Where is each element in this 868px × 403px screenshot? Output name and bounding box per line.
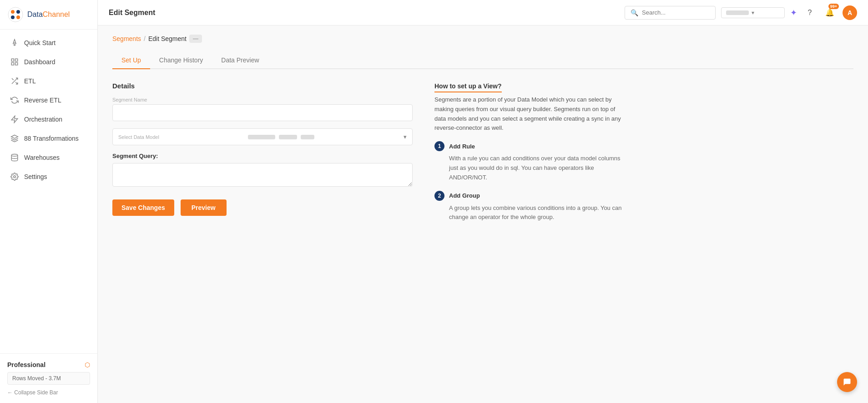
breadcrumb-separator: /: [144, 35, 146, 42]
sparkle-icon[interactable]: ✦: [790, 8, 797, 18]
tabs: Set Up Change History Data Preview: [112, 52, 853, 69]
svg-line-12: [12, 78, 14, 80]
help-step-2: 2 Add Group A group lets you combine var…: [434, 191, 626, 223]
segment-name-input[interactable]: [112, 104, 413, 121]
layers-icon: [10, 134, 19, 143]
svg-marker-13: [11, 116, 18, 123]
step-1-header: 1 Add Rule: [434, 141, 626, 151]
search-input[interactable]: [642, 9, 706, 16]
zap-icon: [10, 115, 19, 123]
step-2-description: A group lets you combine various conditi…: [434, 204, 626, 223]
sidebar-item-etl[interactable]: ETL: [0, 71, 97, 91]
svg-rect-7: [15, 59, 18, 61]
form-column: Details Segment Name Select Data Model: [112, 82, 413, 216]
notification-badge: 99+: [828, 4, 839, 9]
user-selector[interactable]: ▾: [721, 7, 785, 18]
logo-icon: [7, 6, 24, 23]
help-column: How to set up a View? Segments are a por…: [434, 82, 626, 230]
step-2-title: Add Group: [449, 192, 480, 199]
sidebar-item-quick-start[interactable]: Quick Start: [0, 33, 97, 52]
svg-point-2: [16, 10, 20, 14]
mock-value-pill-3: [301, 135, 314, 139]
refresh-icon: [10, 96, 19, 104]
segment-query-label: Segment Query:: [112, 153, 413, 159]
segment-query-group: Segment Query:: [112, 153, 413, 189]
breadcrumb-id: —: [189, 35, 202, 43]
help-title: How to set up a View?: [434, 82, 502, 92]
database-icon: [10, 153, 19, 162]
sidebar-item-dashboard[interactable]: Dashboard: [0, 52, 97, 71]
breadcrumb-root[interactable]: Segments: [112, 35, 141, 42]
two-column-layout: Details Segment Name Select Data Model: [112, 82, 853, 230]
svg-point-15: [11, 154, 18, 157]
data-model-group: Select Data Model ▾: [112, 128, 413, 145]
breadcrumb-current: Edit Segment: [148, 35, 187, 42]
mock-value-pill-1: [248, 135, 275, 139]
plan-box: Professional ⬡: [7, 361, 90, 368]
search-bar[interactable]: 🔍: [625, 6, 716, 20]
segment-query-textarea[interactable]: [112, 163, 413, 187]
svg-point-5: [14, 44, 15, 46]
svg-rect-6: [11, 59, 14, 61]
details-title: Details: [112, 82, 413, 90]
rows-moved: Rows Moved - 3.7M: [7, 372, 90, 385]
top-header: Edit Segment 🔍 ▾ ✦ ? 🔔 99+ A: [98, 0, 868, 26]
svg-point-0: [8, 7, 23, 22]
sidebar-item-transformations[interactable]: 88 Transformations: [0, 129, 97, 148]
chevron-down-icon: ▾: [752, 10, 754, 16]
gear-icon: [10, 173, 19, 181]
logo: DataChannel: [0, 0, 97, 30]
svg-marker-14: [11, 135, 18, 139]
plan-label: Professional: [7, 361, 45, 368]
data-model-value: [248, 135, 314, 139]
sidebar-nav: Quick Start Dashboard ETL Reverse ETL Or…: [0, 30, 97, 353]
segment-name-label: Segment Name: [112, 97, 413, 102]
chat-fab-button[interactable]: [837, 372, 857, 392]
collapse-sidebar-button[interactable]: ← Collapse Side Bar: [7, 389, 90, 396]
sidebar-item-orchestration[interactable]: Orchestration: [0, 110, 97, 129]
save-changes-button[interactable]: Save Changes: [112, 199, 174, 216]
logo-text: DataChannel: [27, 10, 70, 19]
grid-icon: [10, 58, 19, 66]
sidebar-item-reverse-etl[interactable]: Reverse ETL: [0, 91, 97, 110]
step-1-number: 1: [434, 141, 444, 151]
sidebar-item-warehouses[interactable]: Warehouses: [0, 148, 97, 167]
plan-external-link-icon[interactable]: ⬡: [85, 361, 90, 368]
search-icon: 🔍: [631, 9, 638, 16]
sidebar: DataChannel Quick Start Dashboard ETL Re…: [0, 0, 98, 403]
svg-rect-9: [15, 63, 18, 65]
preview-button[interactable]: Preview: [181, 199, 227, 216]
svg-point-1: [11, 10, 15, 14]
rocket-icon: [10, 39, 19, 47]
svg-point-3: [11, 15, 15, 19]
data-model-select[interactable]: Select Data Model ▾: [112, 128, 413, 145]
help-description: Segments are a portion of your Data Mode…: [434, 95, 626, 133]
segment-name-group: Segment Name: [112, 97, 413, 121]
help-button[interactable]: ?: [802, 5, 817, 20]
content-area: Segments / Edit Segment — Set Up Change …: [98, 26, 868, 403]
header-actions: 🔍 ▾ ✦ ? 🔔 99+ A: [625, 5, 857, 20]
button-row: Save Changes Preview: [112, 199, 413, 216]
data-model-select-wrapper: Select Data Model ▾: [112, 128, 413, 145]
svg-rect-8: [11, 63, 14, 65]
mock-value-pill-2: [279, 135, 297, 139]
step-1-description: With a rule you can add conditions over …: [434, 154, 626, 182]
tab-setup[interactable]: Set Up: [112, 52, 150, 69]
step-2-number: 2: [434, 191, 444, 201]
step-2-header: 2 Add Group: [434, 191, 626, 201]
chat-icon: [843, 377, 852, 387]
tab-data-preview[interactable]: Data Preview: [212, 52, 268, 69]
user-name-mask: [726, 10, 749, 15]
svg-point-16: [14, 176, 16, 178]
data-model-label: Select Data Model: [118, 134, 159, 140]
main-area: Edit Segment 🔍 ▾ ✦ ? 🔔 99+ A Segments: [98, 0, 868, 403]
shuffle-icon: [10, 77, 19, 85]
sidebar-bottom: Professional ⬡ Rows Moved - 3.7M ← Colla…: [0, 353, 97, 403]
tab-change-history[interactable]: Change History: [150, 52, 212, 69]
breadcrumb: Segments / Edit Segment —: [112, 35, 853, 43]
help-step-1: 1 Add Rule With a rule you can add condi…: [434, 141, 626, 182]
notification-bell[interactable]: 🔔 99+: [823, 5, 837, 20]
sidebar-item-settings[interactable]: Settings: [0, 167, 97, 186]
svg-point-4: [16, 15, 20, 19]
avatar[interactable]: A: [843, 5, 857, 20]
